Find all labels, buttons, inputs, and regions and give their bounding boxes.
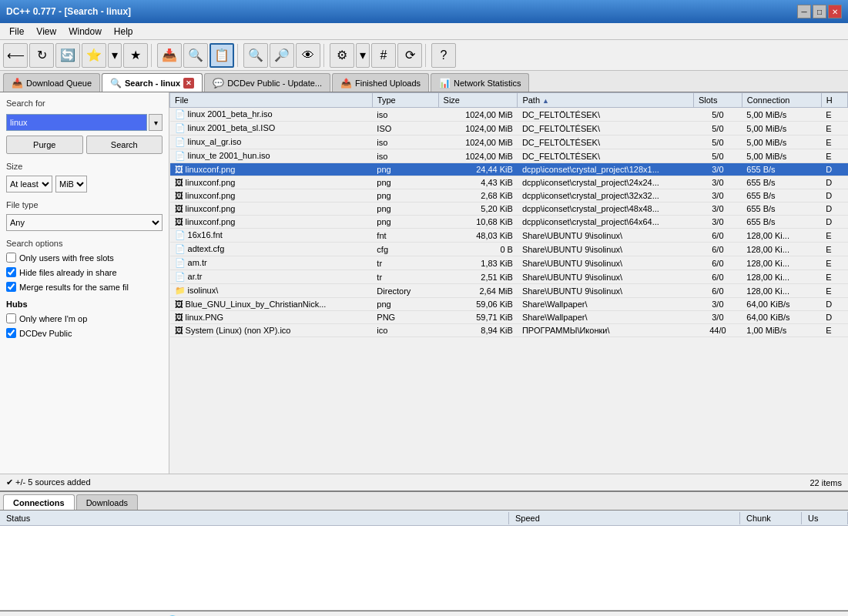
slots-cell: 5/0 bbox=[693, 122, 742, 136]
search-list-button[interactable]: 🔍 bbox=[183, 43, 208, 68]
table-row[interactable]: 🖼 linuxconf.pngpng24,44 KiBdcpp\iconset\… bbox=[170, 163, 848, 176]
hash-button[interactable]: # bbox=[371, 43, 396, 68]
search-combo-arrow[interactable]: ▾ bbox=[149, 114, 163, 131]
connection-cell: 655 B/s bbox=[742, 203, 821, 216]
type-cell: tr bbox=[372, 256, 438, 270]
hide-shared-checkbox[interactable] bbox=[6, 267, 16, 277]
help-button[interactable]: ? bbox=[431, 43, 456, 68]
hide-shared-label[interactable]: Hide files already in share bbox=[19, 268, 117, 277]
bottom-table-header: Status Speed Chunk Us bbox=[0, 511, 848, 526]
tab-download-queue[interactable]: 📥 Download Queue bbox=[3, 73, 100, 92]
tab-search-close[interactable]: ✕ bbox=[183, 78, 194, 89]
refresh2-button[interactable]: 🔄 bbox=[55, 43, 80, 68]
col-type[interactable]: Type bbox=[372, 93, 438, 108]
col-connection[interactable]: Connection bbox=[742, 93, 821, 108]
slots-cell: 6/0 bbox=[693, 284, 742, 298]
table-row[interactable]: 📄 linux 2001_beta_hr.isoiso1024,00 MiBDC… bbox=[170, 108, 848, 122]
col-slots[interactable]: Slots bbox=[693, 93, 742, 108]
file-type-select[interactable]: Any Audio Compressed Document Executable… bbox=[6, 214, 163, 231]
merge-results-checkbox[interactable] bbox=[6, 282, 16, 292]
search-options-label: Search options bbox=[6, 239, 163, 248]
table-row[interactable]: 🖼 linuxconf.pngpng4,43 KiBdcpp\iconset\c… bbox=[170, 176, 848, 189]
tab-finished-uploads[interactable]: 📤 Finished Uploads bbox=[332, 73, 429, 92]
table-row[interactable]: 📄 ar.trtr2,51 KiBShare\UBUNTU 9\isolinux… bbox=[170, 270, 848, 284]
bottom-col-speed: Speed bbox=[509, 512, 740, 524]
bottom-content: Status Speed Chunk Us bbox=[0, 511, 848, 610]
search-for-label: Search for bbox=[6, 99, 163, 108]
h-cell: D bbox=[821, 203, 847, 216]
mag2-button[interactable]: 🔎 bbox=[270, 43, 294, 68]
path-cell: Share\Wallpaper\ bbox=[518, 311, 694, 324]
only-free-slots-label[interactable]: Only users with free slots bbox=[19, 253, 114, 263]
merge-results-label[interactable]: Merge results for the same fil bbox=[19, 283, 129, 292]
dcdev-tab-icon: 💬 bbox=[213, 78, 224, 89]
menu-file[interactable]: File bbox=[3, 25, 30, 38]
size-operator-select[interactable]: At least At most Exactly bbox=[6, 176, 52, 192]
favorite-dropdown[interactable]: ▾ bbox=[108, 43, 122, 68]
refresh-button[interactable]: ↻ bbox=[29, 43, 54, 68]
file-icon: 🖼 bbox=[175, 326, 183, 335]
close-button[interactable]: ✕ bbox=[828, 5, 842, 18]
col-file[interactable]: File bbox=[170, 93, 373, 108]
favorite-button[interactable]: ⭐ bbox=[82, 43, 106, 68]
table-row[interactable]: 📄 linux_al_gr.isoiso1024,00 MiBDC_FELTÖL… bbox=[170, 136, 848, 149]
tab-downloads[interactable]: Downloads bbox=[76, 494, 138, 510]
file-icon: 📄 bbox=[175, 244, 186, 253]
table-row[interactable]: 🖼 Blue_GNU_Linux_by_ChristianNick...png5… bbox=[170, 298, 848, 311]
where-op-checkbox[interactable] bbox=[6, 313, 16, 323]
table-row[interactable]: 📄 adtext.cfgcfg0 BShare\UBUNTU 9\isolinu… bbox=[170, 243, 848, 256]
table-row[interactable]: 🖼 linuxconf.pngpng2,68 KiBdcpp\iconset\c… bbox=[170, 189, 848, 203]
table-row[interactable]: 📄 am.trtr1,83 KiBShare\UBUNTU 9\isolinux… bbox=[170, 256, 848, 270]
where-op-label[interactable]: Only where I'm op bbox=[19, 314, 87, 323]
tab-search-linux[interactable]: 🔍 Search - linux ✕ bbox=[102, 73, 203, 92]
tab-network-statistics[interactable]: 📊 Network Statistics bbox=[431, 73, 529, 92]
table-row[interactable]: 📄 linux_te 2001_hun.isoiso1024,00 MiBDC_… bbox=[170, 149, 848, 163]
toolbar-sep3 bbox=[323, 44, 327, 67]
menu-view[interactable]: View bbox=[30, 25, 62, 38]
table-row[interactable]: 📄 16x16.fntfnt48,03 KiBShare\UBUNTU 9\is… bbox=[170, 229, 848, 243]
size-cell: 2,64 MiB bbox=[438, 284, 518, 298]
menu-window[interactable]: Window bbox=[62, 25, 108, 38]
tab-dcdev-public[interactable]: 💬 DCDev Public - Update... bbox=[204, 73, 330, 92]
maximize-button[interactable]: □ bbox=[813, 5, 826, 18]
size-cell: 1024,00 MiB bbox=[438, 108, 518, 122]
tab-connections[interactable]: Connections bbox=[3, 494, 75, 510]
connection-cell: 655 B/s bbox=[742, 163, 821, 176]
reconnect-button[interactable]: ⟳ bbox=[397, 43, 422, 68]
downloads-button[interactable]: 📥 bbox=[157, 43, 182, 68]
col-path[interactable]: Path ▲ bbox=[518, 93, 694, 108]
purge-button[interactable]: Purge bbox=[6, 136, 83, 154]
back-button[interactable]: ⟵ bbox=[3, 43, 28, 68]
dcdev-public-checkbox[interactable] bbox=[6, 328, 16, 338]
size-unit-select[interactable]: B KiB MiB GiB bbox=[55, 176, 87, 192]
table-row[interactable]: 🖼 linuxconf.pngpng5,20 KiBdcpp\iconset\c… bbox=[170, 203, 848, 216]
menu-help[interactable]: Help bbox=[108, 25, 139, 38]
col-h[interactable]: H bbox=[821, 93, 847, 108]
settings-dropdown[interactable]: ▾ bbox=[356, 43, 370, 68]
table-row[interactable]: 🖼 linux.PNGPNG59,71 KiBShare\Wallpaper\3… bbox=[170, 311, 848, 324]
spy-button[interactable]: 👁 bbox=[296, 43, 320, 68]
table-row[interactable]: 📄 linux 2001_beta_sl.ISOISO1024,00 MiBDC… bbox=[170, 122, 848, 136]
dcdev-public-label[interactable]: DCDev Public bbox=[19, 329, 72, 338]
tab-network-statistics-label: Network Statistics bbox=[454, 79, 521, 88]
search-input[interactable] bbox=[6, 114, 147, 131]
connection-cell: 655 B/s bbox=[742, 216, 821, 229]
mag1-button[interactable]: 🔍 bbox=[243, 43, 268, 68]
h-cell: E bbox=[821, 229, 847, 243]
minimize-button[interactable]: ─ bbox=[797, 5, 811, 18]
only-free-slots-checkbox[interactable] bbox=[6, 253, 16, 263]
search-button[interactable]: Search bbox=[86, 136, 163, 154]
file-icon: 📄 bbox=[175, 258, 186, 267]
h-cell: E bbox=[821, 108, 847, 122]
favorite2-button[interactable]: ★ bbox=[123, 43, 148, 68]
table-row[interactable]: 📁 isolinux\Directory2,64 MiBShare\UBUNTU… bbox=[170, 284, 848, 298]
connection-cell: 128,00 Ki... bbox=[742, 243, 821, 256]
file-list-panel: File Type Size Path ▲ Slots Connection H… bbox=[169, 92, 848, 474]
col-size[interactable]: Size bbox=[438, 93, 518, 108]
settings-button[interactable]: ⚙ bbox=[330, 43, 354, 68]
table-row[interactable]: 🖼 System (Linux) (non XP).icoico8,94 KiB… bbox=[170, 324, 848, 337]
table-row[interactable]: 🖼 linuxconf.pngpng10,68 KiBdcpp\iconset\… bbox=[170, 216, 848, 229]
bottom-tab-bar: Connections Downloads bbox=[0, 492, 848, 511]
bottom-col-chunk: Chunk bbox=[740, 512, 802, 524]
active-downloads-button[interactable]: 📋 bbox=[209, 43, 234, 68]
